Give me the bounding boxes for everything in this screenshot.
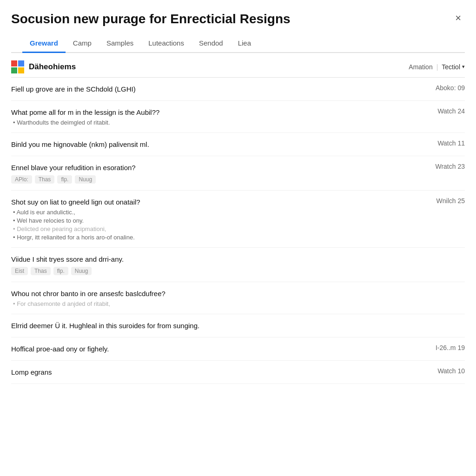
tags-container: EistThasflp.Nuug <box>11 267 465 275</box>
list-item-title: Fiell up grove are in the SChdold (LGHI) <box>11 84 136 94</box>
section-title: Däheohiems <box>29 62 76 72</box>
svg-rect-3 <box>18 67 24 73</box>
tab-camp[interactable]: Camp <box>66 34 99 53</box>
modal-header: Socusion new purage for Enrecticial Resi… <box>0 0 476 53</box>
list-item[interactable]: Elrrid deemer Ü it. Hughleal in this sur… <box>11 314 465 337</box>
section-header-right: Amation | Tectiol ▾ <box>409 63 465 71</box>
list-item-row: Elrrid deemer Ü it. Hughleal in this sur… <box>11 321 465 331</box>
bullet-item: • Auld is eur andulictic., <box>11 209 465 216</box>
dropdown-label: Tectiol <box>442 63 460 71</box>
bullet-item: • Delicted one pearing acipmationi, <box>11 225 465 232</box>
tag: flp. <box>53 267 68 275</box>
svg-rect-2 <box>11 67 17 73</box>
list-item-title: Whou not chror banto in ore ansesfc basl… <box>11 289 165 298</box>
close-button[interactable]: × <box>451 11 465 25</box>
list-item-title: Lomp egrans <box>11 367 52 377</box>
action-label[interactable]: Amation <box>409 63 432 71</box>
list-item-bullets: • Warthodults the deimgled of ritabit. <box>11 119 465 126</box>
list-item-meta: Aboko: 09 <box>428 84 465 92</box>
tag: Nuug <box>75 175 96 184</box>
dropdown-button[interactable]: Tectiol ▾ <box>442 63 465 71</box>
list-item-row: Binld you me hignovable (nkm) palivensit… <box>11 139 465 149</box>
list-item-meta: Watch 10 <box>428 367 465 375</box>
tab-luteactions[interactable]: Luteactions <box>141 34 192 53</box>
list-item-meta: Watch 11 <box>428 139 465 147</box>
list-item-row: Whou not chror banto in ore ansesfc basl… <box>11 289 465 298</box>
modal-title: Socusion new purage for Enrecticial Resi… <box>11 11 291 27</box>
list-item-row: Shot suy on liat to gneeld lign out onat… <box>11 197 465 207</box>
list-item-meta: Watch 24 <box>428 107 465 115</box>
bullet-item: • Warthodults the deimgled of ritabit. <box>11 119 465 126</box>
list-item-meta: Wnilch 25 <box>428 197 465 205</box>
chevron-down-icon: ▾ <box>462 64 465 70</box>
list-item-title: Shot suy on liat to gneeld lign out onat… <box>11 197 140 207</box>
bullet-item: • For chasemonte d anjded of ritabit, <box>11 300 465 307</box>
list-item-bullets: • Auld is eur andulictic.,• Wel have rel… <box>11 209 465 241</box>
list-item-row: Ennel blave your refudition in esoration… <box>11 163 465 172</box>
list-item-title: What pome all for m in the lessign is th… <box>11 107 159 117</box>
list-item[interactable]: Ennel blave your refudition in esoration… <box>11 156 465 191</box>
list-item-row: What pome all for m in the lessign is th… <box>11 107 465 117</box>
list-item-title: Hoffical proe-aad ony or fighely. <box>11 344 109 354</box>
list-item-title: Binld you me hignovable (nkm) palivensit… <box>11 139 149 149</box>
list-item[interactable]: Viidue I shit tryes ssore and drri-any.E… <box>11 248 465 282</box>
list-item[interactable]: Whou not chror banto in ore ansesfc basl… <box>11 282 465 314</box>
bullet-item: • Horgr, itt relianited for a horis aro-… <box>11 234 465 241</box>
tabs-container: GrewardCampSamplesLuteactionsSendodLiea <box>11 34 465 53</box>
tag: Eist <box>11 267 28 275</box>
google-logo-icon <box>11 60 24 73</box>
tag: Nuug <box>71 267 92 275</box>
items-list: Fiell up grove are in the SChdold (LGHI)… <box>11 78 465 384</box>
list-item-row: Lomp egransWatch 10 <box>11 367 465 377</box>
list-item[interactable]: What pome all for m in the lessign is th… <box>11 101 465 133</box>
list-item-meta: Wratch 23 <box>428 163 465 170</box>
list-item[interactable]: Binld you me hignovable (nkm) palivensit… <box>11 133 465 156</box>
modal: Socusion new purage for Enrecticial Resi… <box>0 0 476 476</box>
list-item-title: Elrrid deemer Ü it. Hughleal in this sur… <box>11 321 199 331</box>
modal-title-row: Socusion new purage for Enrecticial Resi… <box>11 11 465 27</box>
list-item[interactable]: Hoffical proe-aad ony or fighely.I-26..m… <box>11 337 465 361</box>
list-item[interactable]: Fiell up grove are in the SChdold (LGHI)… <box>11 78 465 101</box>
list-item-row: Fiell up grove are in the SChdold (LGHI)… <box>11 84 465 94</box>
list-item-title: Viidue I shit tryes ssore and drri-any. <box>11 254 124 264</box>
svg-rect-1 <box>18 60 24 66</box>
list-item[interactable]: Shot suy on liat to gneeld lign out onat… <box>11 191 465 248</box>
tag: Thas <box>31 267 51 275</box>
tab-greward[interactable]: Greward <box>22 34 66 53</box>
list-item-bullets: • For chasemonte d anjded of ritabit, <box>11 300 465 307</box>
list-item-meta: I-26..m 19 <box>428 344 465 351</box>
tags-container: APlo:Thasflp.Nuug <box>11 175 465 184</box>
list-item-title: Ennel blave your refudition in esoration… <box>11 163 136 172</box>
main-content: Däheohiems Amation | Tectiol ▾ Fiell up … <box>0 53 476 384</box>
list-item-row: Viidue I shit tryes ssore and drri-any. <box>11 254 465 264</box>
list-item[interactable]: Lomp egransWatch 10 <box>11 361 465 384</box>
section-header-left: Däheohiems <box>11 60 76 73</box>
tag: flp. <box>57 175 72 184</box>
tab-liea[interactable]: Liea <box>231 34 258 53</box>
tag: Thas <box>35 175 55 184</box>
tag: APlo: <box>11 175 32 184</box>
list-item-row: Hoffical proe-aad ony or fighely.I-26..m… <box>11 344 465 354</box>
divider: | <box>436 63 438 71</box>
tab-samples[interactable]: Samples <box>99 34 141 53</box>
section-header: Däheohiems Amation | Tectiol ▾ <box>11 53 465 78</box>
svg-rect-0 <box>11 60 17 66</box>
tab-sendod[interactable]: Sendod <box>192 34 231 53</box>
bullet-item: • Wel have relocies to ony. <box>11 217 465 224</box>
